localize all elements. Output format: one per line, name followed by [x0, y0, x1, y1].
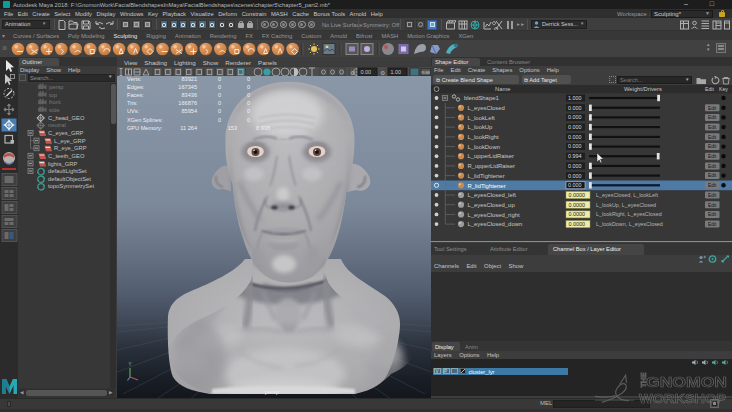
svg-text:0.000: 0.000: [568, 182, 582, 188]
svg-text:0.00: 0.00: [361, 69, 372, 75]
svg-text:R_eye_GRP: R_eye_GRP: [54, 145, 87, 151]
svg-text:0.994: 0.994: [568, 153, 582, 159]
svg-text:R_upperLidRaiser: R_upperLidRaiser: [468, 163, 516, 169]
svg-text:0.0000: 0.0000: [569, 221, 586, 227]
svg-text:L_lookDown, L_eyesClosed: L_lookDown, L_eyesClosed: [596, 221, 663, 227]
svg-text:Edit: Edit: [708, 203, 717, 208]
svg-text:L_lookRight, L_eyesClosed: L_lookRight, L_eyesClosed: [596, 211, 662, 217]
svg-text:⚙: ⚙: [380, 70, 385, 76]
svg-text:GNOMON: GNOMON: [646, 374, 727, 391]
svg-text:L_lookRight: L_lookRight: [468, 134, 499, 140]
svg-text:persp: persp: [49, 84, 64, 90]
svg-text:0.000: 0.000: [568, 173, 582, 179]
svg-text:side: side: [49, 107, 60, 113]
svg-text:0.000: 0.000: [568, 143, 582, 149]
svg-text:1.00: 1.00: [391, 69, 402, 75]
svg-text:L_upperLidRaiser: L_upperLidRaiser: [468, 153, 515, 159]
svg-text:Edit: Edit: [705, 86, 714, 92]
svg-text:defaultLightSet: defaultLightSet: [48, 168, 87, 174]
svg-text:Edit: Edit: [708, 106, 717, 111]
svg-text:L_eyesClosed_up: L_eyesClosed_up: [468, 202, 516, 208]
svg-text:neutral: neutral: [48, 122, 66, 128]
svg-text:L_eyesClosed, L_lookLeft: L_eyesClosed, L_lookLeft: [596, 192, 659, 198]
svg-text:RGB: RGB: [422, 71, 431, 75]
svg-text:L_eyesClosed_left: L_eyesClosed_left: [468, 192, 517, 198]
svg-text:topoSymmetrySet: topoSymmetrySet: [48, 183, 94, 189]
svg-text:Edit: Edit: [708, 222, 717, 227]
svg-text:L_eyesClosed_right: L_eyesClosed_right: [468, 212, 520, 218]
svg-text:Y: Y: [129, 362, 132, 367]
svg-text:1.000: 1.000: [568, 95, 582, 101]
svg-text:Edit: Edit: [708, 173, 717, 178]
svg-text:C_eyes_GRP: C_eyes_GRP: [48, 130, 84, 136]
svg-text:Edit: Edit: [708, 144, 717, 149]
svg-text:L_lookUp, L_eyesClosed: L_lookUp, L_eyesClosed: [596, 202, 656, 208]
svg-text:0.000: 0.000: [568, 124, 582, 130]
svg-text:L_eyesClosed_down: L_eyesClosed_down: [468, 221, 523, 227]
svg-text:front: front: [49, 99, 61, 105]
svg-text:Edit: Edit: [708, 154, 717, 159]
svg-text:L_lookLeft: L_lookLeft: [468, 115, 496, 121]
svg-text:WORKSHOP: WORKSHOP: [639, 391, 726, 406]
svg-text:defaultObjectSet: defaultObjectSet: [48, 176, 91, 182]
svg-text:Edit: Edit: [708, 125, 717, 130]
svg-text:Edit: Edit: [708, 193, 717, 198]
svg-text:L_eye_GRP: L_eye_GRP: [54, 138, 86, 144]
svg-text:C_head_GEO: C_head_GEO: [48, 115, 85, 121]
svg-text:0.000: 0.000: [568, 114, 582, 120]
svg-text:L_lookUp: L_lookUp: [468, 124, 494, 130]
svg-text:blendShape1: blendShape1: [464, 95, 499, 101]
svg-text:Edit: Edit: [708, 212, 717, 217]
svg-text:0.000: 0.000: [568, 134, 582, 140]
svg-text:⚙: ⚙: [350, 70, 355, 76]
svg-text:persp: persp: [265, 389, 279, 395]
svg-text:Edit: Edit: [708, 164, 717, 169]
svg-text:0.0000: 0.0000: [569, 202, 586, 208]
svg-text:L_lookDown: L_lookDown: [468, 144, 500, 150]
svg-text:Name: Name: [495, 86, 510, 92]
svg-text:C_teeth_GEO: C_teeth_GEO: [48, 153, 85, 159]
svg-text:Edit: Edit: [708, 135, 717, 140]
svg-text:0.000: 0.000: [568, 105, 582, 111]
svg-text:Key: Key: [719, 86, 728, 92]
svg-text:0.0000: 0.0000: [569, 192, 586, 198]
svg-text:Edit: Edit: [708, 183, 717, 188]
svg-text:top: top: [49, 92, 57, 98]
svg-text:0.000: 0.000: [568, 163, 582, 169]
svg-text:THE: THE: [640, 373, 648, 388]
svg-text:L_lidTightener: L_lidTightener: [468, 173, 505, 179]
svg-text:lights_GRP: lights_GRP: [48, 161, 77, 167]
svg-text:Weight/Drivers: Weight/Drivers: [624, 86, 662, 92]
svg-text:0.0000: 0.0000: [569, 211, 586, 217]
svg-text:R_lidTightener: R_lidTightener: [468, 183, 506, 189]
svg-text:L_eyesClosed: L_eyesClosed: [468, 105, 505, 111]
svg-text:Edit: Edit: [708, 115, 717, 120]
